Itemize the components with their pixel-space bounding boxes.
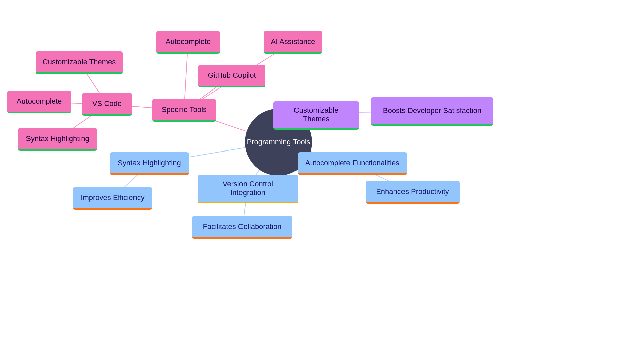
vs-code: VS Code [82, 93, 132, 116]
specific-tools: Specific Tools [152, 99, 216, 122]
autocomplete-functionalities: Autocomplete Functionalities [298, 152, 407, 175]
autocomplete-left: Autocomplete [7, 90, 71, 113]
github-copilot: GitHub Copilot [198, 65, 265, 87]
syntax-highlighting-bottom: Syntax Highlighting [110, 152, 189, 175]
version-control-integration: Version Control Integration [198, 175, 298, 203]
enhances-productivity: Enhances Productivity [366, 181, 460, 204]
facilitates-collaboration: Facilitates Collaboration [192, 216, 292, 239]
improves-efficiency: Improves Efficiency [73, 187, 152, 210]
customizable-themes-left: Customizable Themes [36, 51, 123, 74]
boosts-dev-satisfaction: Boosts Developer Satisfaction [371, 97, 493, 126]
customizable-themes-right: Customizable Themes [273, 101, 359, 130]
autocomplete-top: Autocomplete [156, 31, 220, 54]
syntax-highlighting-left: Syntax Highlighting [18, 128, 97, 151]
ai-assistance: AI Assistance [264, 31, 322, 54]
